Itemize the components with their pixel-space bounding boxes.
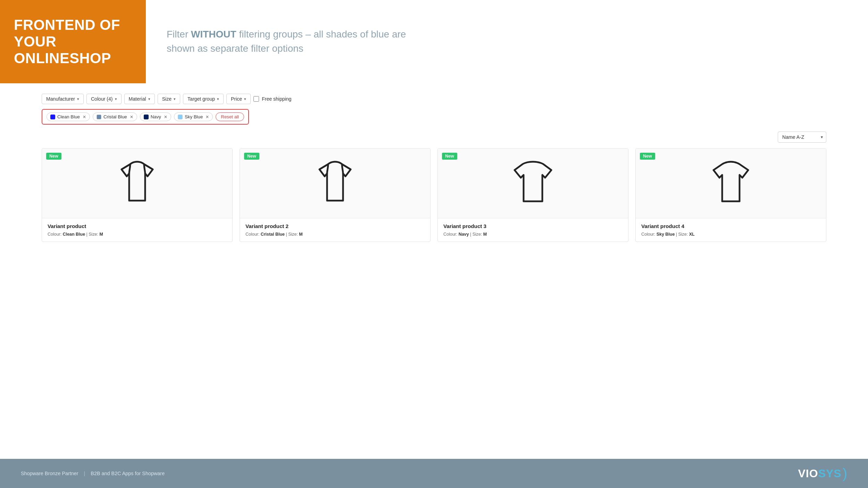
filter-size-label: Size: [162, 96, 172, 102]
product-colour-1: Clean Blue: [63, 232, 85, 237]
navy-dot: [144, 115, 149, 119]
product-size-2: M: [299, 232, 302, 237]
filter-target-group-label: Target group: [187, 96, 215, 102]
free-shipping-filter[interactable]: Free shipping: [253, 96, 291, 102]
remove-clean-blue-icon[interactable]: ✕: [83, 115, 86, 119]
product-size-1: M: [99, 232, 103, 237]
product-card-1[interactable]: New Variant product Colour: Clean Blue |…: [42, 148, 233, 242]
clean-blue-dot: [50, 115, 55, 119]
product-name-3: Variant product 3: [443, 223, 623, 229]
shirt-icon-2: [312, 159, 358, 208]
active-filters-row: Clean Blue ✕ Cristal Blue ✕ Navy ✕ Sky B…: [42, 109, 249, 125]
filter-manufacturer-label: Manufacturer: [46, 96, 75, 102]
shirt-icon-4: [708, 159, 753, 208]
active-filter-clean-blue[interactable]: Clean Blue ✕: [47, 112, 90, 121]
footer-text: Shopware Bronze Partner | B2B and B2C Ap…: [21, 471, 165, 476]
cristal-blue-dot: [97, 115, 101, 119]
navy-label: Navy: [151, 114, 161, 119]
filter-section: Manufacturer ▾ Colour (4) ▾ Material ▾ S…: [0, 90, 868, 259]
product-info-1: Variant product Colour: Clean Blue | Siz…: [42, 218, 232, 242]
product-card-2[interactable]: New Variant product 2 Colour: Cristal Bl…: [240, 148, 431, 242]
sort-wrapper: Name A-Z Name Z-A Price Low-High Price H…: [778, 132, 826, 143]
chevron-down-icon: ▾: [174, 97, 176, 101]
filter-size[interactable]: Size ▾: [158, 94, 180, 104]
product-name-4: Variant product 4: [641, 223, 820, 229]
remove-navy-icon[interactable]: ✕: [164, 115, 167, 119]
filter-colour-label: Colour (4): [91, 96, 113, 102]
hero-description: Filter WITHOUT filtering groups – all sh…: [167, 27, 410, 56]
active-filter-sky-blue[interactable]: Sky Blue ✕: [174, 112, 213, 121]
hero-section: FRONTEND OF YOUR ONLINESHOP Filter WITHO…: [0, 0, 868, 90]
product-info-3: Variant product 3 Colour: Navy | Size: M: [438, 218, 628, 242]
clean-blue-label: Clean Blue: [57, 114, 80, 119]
filter-price-label: Price: [231, 96, 242, 102]
cristal-blue-label: Cristal Blue: [103, 114, 127, 119]
viosys-vio: VIO: [798, 467, 818, 480]
chevron-down-icon: ▾: [217, 97, 219, 101]
new-badge-4: New: [640, 153, 655, 160]
chevron-down-icon: ▾: [244, 97, 246, 101]
filter-price[interactable]: Price ▾: [226, 94, 251, 104]
hero-desc-before: Filter: [167, 29, 191, 40]
remove-cristal-blue-icon[interactable]: ✕: [130, 115, 133, 119]
filter-manufacturer[interactable]: Manufacturer ▾: [42, 94, 84, 104]
filter-bar: Manufacturer ▾ Colour (4) ▾ Material ▾ S…: [42, 94, 826, 104]
reset-all-button[interactable]: Reset all: [216, 112, 244, 121]
footer: Shopware Bronze Partner | B2B and B2C Ap…: [0, 459, 868, 488]
sort-select[interactable]: Name A-Z Name Z-A Price Low-High Price H…: [778, 132, 826, 143]
product-colour-2: Cristal Blue: [261, 232, 285, 237]
product-image-3: [438, 149, 628, 218]
product-size-3: M: [483, 232, 487, 237]
filter-material[interactable]: Material ▾: [124, 94, 155, 104]
new-badge-2: New: [244, 153, 259, 160]
hero-orange-panel: FRONTEND OF YOUR ONLINESHOP: [0, 0, 146, 83]
free-shipping-checkbox[interactable]: [253, 96, 259, 102]
product-colour-4: Sky Blue: [657, 232, 675, 237]
viosys-sys: SYS: [818, 467, 842, 480]
product-colour-3: Navy: [459, 232, 469, 237]
product-name-1: Variant product: [48, 223, 227, 229]
chevron-down-icon: ▾: [115, 97, 117, 101]
product-name-2: Variant product 2: [245, 223, 425, 229]
product-grid: New Variant product Colour: Clean Blue |…: [42, 148, 826, 252]
shirt-icon-1: [115, 159, 160, 208]
footer-separator: |: [84, 471, 85, 476]
footer-apps: B2B and B2C Apps for Shopware: [91, 471, 165, 476]
chevron-down-icon: ▾: [77, 97, 79, 101]
product-size-4: XL: [689, 232, 695, 237]
product-image-4: [636, 149, 826, 218]
hero-desc-highlight: WITHOUT: [191, 29, 236, 40]
new-badge-3: New: [442, 153, 457, 160]
product-meta-2: Colour: Cristal Blue | Size: M: [245, 232, 425, 237]
sky-blue-label: Sky Blue: [185, 114, 203, 119]
viosys-symbol-icon: ): [843, 466, 847, 480]
product-meta-4: Colour: Sky Blue | Size: XL: [641, 232, 820, 237]
filter-colour[interactable]: Colour (4) ▾: [86, 94, 122, 104]
active-filter-cristal-blue[interactable]: Cristal Blue ✕: [93, 112, 137, 121]
new-badge-1: New: [46, 153, 61, 160]
hero-description-panel: Filter WITHOUT filtering groups – all sh…: [146, 0, 868, 83]
product-image-1: [42, 149, 232, 218]
viosys-logo: VIOSYS ): [798, 466, 847, 480]
product-meta-3: Colour: Navy | Size: M: [443, 232, 623, 237]
chevron-down-icon: ▾: [148, 97, 150, 101]
filter-target-group[interactable]: Target group ▾: [183, 94, 224, 104]
active-filter-navy[interactable]: Navy ✕: [140, 112, 171, 121]
viosys-logo-text: VIOSYS: [798, 467, 842, 480]
hero-title: FRONTEND OF YOUR ONLINESHOP: [14, 17, 132, 66]
shirt-icon-3: [510, 159, 556, 208]
free-shipping-text: Free shipping: [262, 96, 291, 102]
product-info-2: Variant product 2 Colour: Cristal Blue |…: [240, 218, 430, 242]
sky-blue-dot: [178, 115, 183, 119]
remove-sky-blue-icon[interactable]: ✕: [206, 115, 209, 119]
product-card-3[interactable]: New Variant product 3 Colour: Navy | Siz…: [437, 148, 628, 242]
product-card-4[interactable]: New Variant product 4 Colour: Sky Blue |…: [635, 148, 826, 242]
footer-partner: Shopware Bronze Partner: [21, 471, 78, 476]
product-image-2: [240, 149, 430, 218]
filter-material-label: Material: [129, 96, 146, 102]
product-info-4: Variant product 4 Colour: Sky Blue | Siz…: [636, 218, 826, 242]
product-meta-1: Colour: Clean Blue | Size: M: [48, 232, 227, 237]
sort-row: Name A-Z Name Z-A Price Low-High Price H…: [42, 132, 826, 143]
